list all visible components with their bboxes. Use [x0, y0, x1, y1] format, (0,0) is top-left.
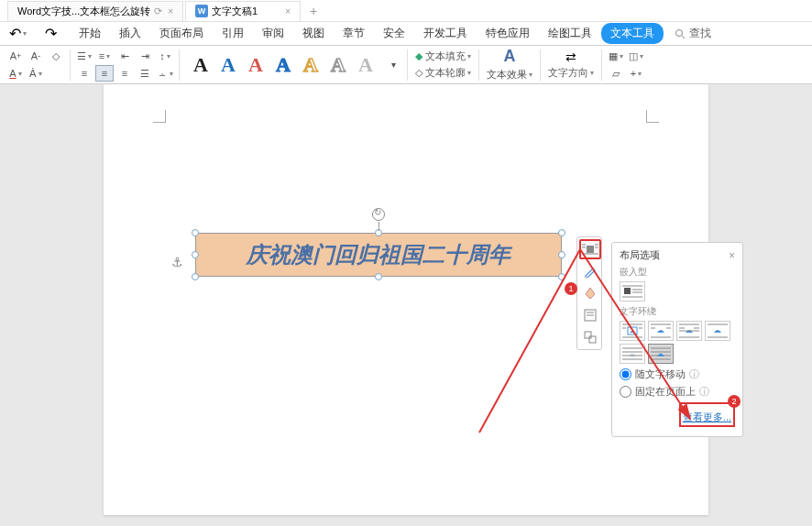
- shape-outline-button[interactable]: ◫▾: [627, 48, 645, 64]
- tab-label: Word文字技...文本框怎么旋转: [17, 5, 150, 18]
- floating-toolbar: [576, 236, 602, 350]
- annotation-badge-2: 2: [728, 395, 741, 408]
- phonetic-button[interactable]: Ȧ▾: [27, 65, 45, 82]
- resize-handle-br[interactable]: [558, 273, 565, 280]
- distribute-button[interactable]: ⫠▾: [156, 65, 174, 82]
- pen-icon: [584, 265, 597, 278]
- text-effects-button[interactable]: 文本效果▾: [483, 67, 536, 82]
- see-more-link[interactable]: 查看更多...: [683, 411, 731, 424]
- menu-review[interactable]: 审阅: [253, 23, 293, 44]
- indent-right-button[interactable]: ⇥: [136, 48, 154, 64]
- wrap-top-bottom[interactable]: [705, 321, 730, 341]
- resize-handle-bm[interactable]: [375, 273, 382, 280]
- menu-view[interactable]: 视图: [293, 23, 334, 44]
- text-outline-button[interactable]: ◇ 文本轮廓▾: [411, 65, 475, 81]
- wrap-label: 文字环绕: [620, 305, 735, 318]
- line-spacing-button[interactable]: ↕▾: [156, 48, 174, 64]
- menu-dev-tools[interactable]: 开发工具: [414, 23, 477, 44]
- selected-textbox[interactable]: 庆祝澳门回归祖国二十周年: [195, 233, 562, 277]
- resize-handle-mr[interactable]: [558, 251, 565, 258]
- info-icon: ⓘ: [699, 385, 709, 399]
- annotation-badge-1: 1: [565, 282, 577, 295]
- fill-icon: [584, 287, 597, 300]
- radio-fixed-position-input[interactable]: [620, 386, 631, 398]
- menu-text-tools[interactable]: 文本工具: [601, 23, 664, 44]
- tab-document-2[interactable]: W 文字文稿1 ×: [185, 1, 301, 21]
- gallery-more-button[interactable]: ▾: [384, 57, 402, 73]
- menu-security[interactable]: 安全: [374, 23, 414, 44]
- wrap-behind[interactable]: [620, 344, 645, 364]
- wrap-in-front[interactable]: [648, 344, 674, 364]
- resize-handle-tr[interactable]: [558, 229, 565, 236]
- resize-handle-ml[interactable]: [192, 251, 199, 258]
- search-icon: [675, 28, 686, 39]
- menu-chapter[interactable]: 章节: [334, 23, 374, 44]
- text-style-7[interactable]: A: [354, 51, 378, 79]
- radio-fixed-position[interactable]: 固定在页面上 ⓘ: [620, 385, 735, 399]
- radio-move-with-text-input[interactable]: [620, 368, 631, 380]
- more-shape-button[interactable]: +▾: [627, 65, 645, 82]
- align-center-button[interactable]: ≡: [95, 65, 114, 82]
- sync-icon: ⟳: [154, 5, 162, 17]
- text-style-6[interactable]: A: [326, 51, 350, 79]
- resize-handle-bl[interactable]: [192, 273, 199, 280]
- wrap-square[interactable]: [620, 321, 645, 341]
- text-direction-icon: ⇄: [565, 49, 576, 64]
- new-tab-button[interactable]: +: [302, 2, 324, 20]
- menu-page-layout[interactable]: 页面布局: [150, 23, 213, 44]
- page[interactable]: ⚓︎ 庆祝澳门回归祖国二十周年 1: [104, 84, 708, 515]
- wrap-text-button[interactable]: [579, 305, 601, 325]
- shape-fill-button[interactable]: [579, 283, 601, 303]
- menu-references[interactable]: 引用: [213, 23, 253, 44]
- align-left-button[interactable]: ≡: [75, 65, 93, 82]
- font-group: A+ A- ◇ A▾ Ȧ▾: [5, 49, 71, 81]
- text-style-3[interactable]: A: [244, 51, 268, 79]
- wrap-through[interactable]: [676, 321, 702, 341]
- tab-bar: Word文字技...文本框怎么旋转 ⟳ × W 文字文稿1 × +: [0, 0, 812, 22]
- rotate-handle[interactable]: [372, 208, 385, 221]
- text-style-5[interactable]: A: [299, 51, 323, 79]
- undo-button[interactable]: ↶▾: [4, 23, 32, 44]
- bullets-button[interactable]: ☰▾: [75, 48, 93, 64]
- close-icon[interactable]: ×: [168, 6, 173, 16]
- svg-rect-14: [624, 288, 631, 294]
- text-format-group: ◆ 文本填充▾ ◇ 文本轮廓▾: [411, 49, 479, 81]
- shrink-font-button[interactable]: A-: [27, 48, 45, 64]
- textbox-content: 庆祝澳门回归祖国二十周年: [247, 240, 510, 269]
- text-style-2[interactable]: A: [216, 51, 240, 79]
- indent-left-button[interactable]: ⇤: [115, 48, 134, 64]
- text-style-1[interactable]: A: [189, 51, 213, 79]
- align-right-button[interactable]: ≡: [115, 65, 134, 82]
- clear-format-button[interactable]: ◇: [47, 48, 65, 64]
- shape-fill-button[interactable]: ▦▾: [607, 48, 625, 64]
- menu-insert[interactable]: 插入: [110, 23, 150, 44]
- anchor-icon: ⚓︎: [171, 255, 183, 269]
- text-direction-group: ⇄ 文字方向▾: [544, 49, 602, 81]
- menu-special[interactable]: 特色应用: [477, 23, 539, 44]
- radio-move-with-text[interactable]: 随文字移动 ⓘ: [620, 367, 735, 381]
- tab-document-1[interactable]: Word文字技...文本框怎么旋转 ⟳ ×: [7, 1, 183, 21]
- menu-drawing-tools[interactable]: 绘图工具: [539, 23, 601, 44]
- text-direction-button[interactable]: 文字方向▾: [544, 65, 598, 81]
- text-fill-button[interactable]: ◆ 文本填充▾: [411, 49, 475, 64]
- align-justify-button[interactable]: ☰: [136, 65, 154, 82]
- svg-rect-12: [589, 336, 596, 343]
- shape-outline-button[interactable]: [579, 261, 601, 281]
- group-button[interactable]: [579, 327, 601, 347]
- search-box[interactable]: 查找: [675, 26, 711, 41]
- layout-options-button[interactable]: [579, 239, 601, 259]
- wrap-tight[interactable]: [648, 321, 674, 341]
- text-style-4[interactable]: A: [271, 51, 295, 79]
- shape-effects-button[interactable]: ▱: [607, 65, 625, 82]
- wrap-inline[interactable]: [620, 281, 645, 301]
- close-icon[interactable]: ×: [285, 6, 291, 16]
- redo-button[interactable]: ↷: [39, 23, 62, 44]
- close-icon[interactable]: ×: [729, 249, 735, 262]
- grow-font-button[interactable]: A+: [6, 48, 25, 64]
- numbering-button[interactable]: ≡▾: [95, 48, 114, 64]
- resize-handle-tl[interactable]: [192, 229, 199, 236]
- menu-start[interactable]: 开始: [70, 23, 110, 44]
- doc-icon: W: [195, 5, 208, 17]
- svg-line-1: [682, 36, 685, 38]
- font-color-button[interactable]: A▾: [6, 65, 25, 82]
